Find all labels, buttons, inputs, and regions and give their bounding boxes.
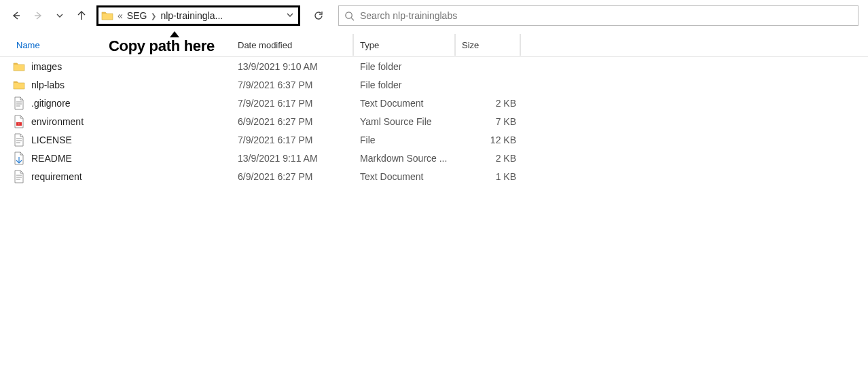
file-size: 2 KB: [455, 153, 516, 164]
file-type: File: [360, 135, 455, 145]
search-box[interactable]: [338, 5, 858, 26]
file-date: 6/9/2021 6:27 PM: [238, 116, 353, 127]
file-type: Text Document: [360, 98, 455, 109]
file-row[interactable]: .gitignore7/9/2021 6:17 PMText Document2…: [0, 94, 868, 112]
file-icon: [12, 133, 26, 147]
file-date: 6/9/2021 6:27 PM: [238, 171, 353, 182]
file-name: README: [31, 153, 228, 164]
file-date: 13/9/2021 9:10 AM: [238, 61, 353, 72]
chevron-right-icon[interactable]: ❯: [151, 12, 156, 20]
file-row[interactable]: LICENSE7/9/2021 6:17 PMFile12 KB: [0, 130, 868, 149]
breadcrumb-seg[interactable]: SEG: [127, 10, 147, 21]
refresh-button[interactable]: [307, 5, 330, 26]
file-row[interactable]: README13/9/2021 9:11 AMMarkdown Source .…: [0, 149, 868, 167]
arrow-up-icon: [76, 10, 87, 21]
file-row[interactable]: nlp-labs7/9/2021 6:37 PMFile folder: [0, 75, 868, 94]
file-date: 7/9/2021 6:17 PM: [238, 135, 353, 145]
file-row[interactable]: images13/9/2021 9:10 AMFile folder: [0, 57, 868, 75]
md-icon: [12, 151, 26, 165]
breadcrumb-prefix: «: [117, 10, 123, 21]
file-date: 7/9/2021 6:17 PM: [238, 98, 353, 109]
nav-up-button[interactable]: [72, 6, 91, 25]
file-size: 12 KB: [455, 135, 516, 145]
nav-forward-button[interactable]: [29, 6, 48, 25]
txt-icon: [12, 96, 26, 110]
file-row[interactable]: !environment6/9/2021 6:27 PMYaml Source …: [0, 112, 868, 130]
recent-locations-button[interactable]: [50, 6, 69, 25]
file-size: 7 KB: [455, 116, 516, 127]
file-size: 1 KB: [455, 171, 516, 182]
svg-text:!: !: [18, 122, 19, 126]
txt-icon: [12, 170, 26, 183]
address-bar[interactable]: « SEG ❯ nlp-trainingla...: [96, 5, 300, 26]
chevron-down-icon: [56, 12, 63, 19]
toolbar: « SEG ❯ nlp-trainingla...: [0, 0, 868, 29]
file-list: images13/9/2021 9:10 AMFile foldernlp-la…: [0, 57, 868, 185]
file-name: nlp-labs: [31, 79, 228, 90]
file-name: LICENSE: [31, 135, 228, 145]
folder-icon: [12, 60, 26, 73]
file-size: 2 KB: [455, 98, 516, 109]
file-type: File folder: [360, 79, 455, 90]
file-type: File folder: [360, 61, 455, 72]
search-input[interactable]: [360, 10, 852, 21]
folder-icon: [12, 78, 26, 92]
refresh-icon: [313, 10, 324, 21]
file-name: requirement: [31, 171, 228, 182]
yaml-icon: !: [12, 115, 26, 128]
folder-icon: [101, 10, 113, 22]
svg-point-0: [346, 12, 352, 18]
file-type: Text Document: [360, 171, 455, 182]
column-header-type[interactable]: Type: [353, 34, 455, 56]
arrow-right-icon: [33, 10, 43, 21]
breadcrumb-seg[interactable]: nlp-trainingla...: [160, 10, 223, 21]
file-type: Yaml Source File: [360, 116, 455, 127]
search-icon: [344, 11, 355, 21]
file-row[interactable]: requirement6/9/2021 6:27 PMText Document…: [0, 167, 868, 185]
nav-back-button[interactable]: [7, 6, 26, 25]
column-header-size[interactable]: Size: [455, 34, 520, 56]
file-type: Markdown Source ...: [360, 153, 455, 164]
chevron-down-icon: [287, 12, 293, 18]
file-date: 7/9/2021 6:37 PM: [238, 79, 353, 90]
file-name: .gitignore: [31, 98, 228, 109]
address-dropdown[interactable]: [285, 12, 295, 20]
arrow-left-icon: [11, 10, 22, 21]
file-name: images: [31, 61, 228, 72]
file-name: environment: [31, 116, 228, 127]
file-date: 13/9/2021 9:11 AM: [238, 153, 353, 164]
column-header-date[interactable]: Date modified: [231, 34, 353, 56]
annotation-label: Copy path here: [109, 37, 215, 55]
